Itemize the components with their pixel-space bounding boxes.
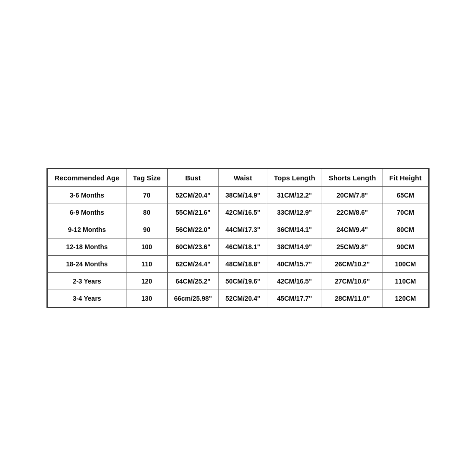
size-chart-table: Recommended Age Tag Size Bust Waist Tops…	[47, 169, 428, 307]
cell-4-bust: 62CM/24.4"	[167, 256, 218, 273]
cell-0-tops_length: 31CM/12.2"	[267, 187, 322, 204]
col-header-tops-length: Tops Length	[267, 169, 322, 187]
cell-0-waist: 38CM/14.9"	[218, 187, 267, 204]
cell-4-tag_size: 110	[126, 256, 167, 273]
cell-0-shorts_length: 20CM/7.8"	[322, 187, 383, 204]
table-row: 3-4 Years13066cm/25.98"52CM/20.4"45CM/17…	[48, 290, 428, 307]
cell-2-age: 9-12 Months	[48, 221, 126, 238]
col-header-recommended-age: Recommended Age	[48, 169, 126, 187]
cell-1-shorts_length: 22CM/8.6"	[322, 204, 383, 221]
cell-6-fit_height: 120CM	[383, 290, 428, 307]
cell-5-tops_length: 42CM/16.5"	[267, 273, 322, 290]
table-row: 18-24 Months11062CM/24.4"48CM/18.8"40CM/…	[48, 256, 428, 273]
cell-1-fit_height: 70CM	[383, 204, 428, 221]
cell-4-fit_height: 100CM	[383, 256, 428, 273]
cell-0-fit_height: 65CM	[383, 187, 428, 204]
cell-3-tag_size: 100	[126, 238, 167, 256]
cell-3-tops_length: 38CM/14.9"	[267, 238, 322, 256]
cell-6-waist: 52CM/20.4"	[218, 290, 267, 307]
cell-6-tops_length: 45CM/17.7''	[267, 290, 322, 307]
cell-5-bust: 64CM/25.2"	[167, 273, 218, 290]
cell-3-fit_height: 90CM	[383, 238, 428, 256]
table-row: 12-18 Months10060CM/23.6"46CM/18.1"38CM/…	[48, 238, 428, 256]
cell-1-age: 6-9 Months	[48, 204, 126, 221]
cell-1-waist: 42CM/16.5"	[218, 204, 267, 221]
table-header-row: Recommended Age Tag Size Bust Waist Tops…	[48, 169, 428, 187]
table-row: 3-6 Months7052CM/20.4"38CM/14.9"31CM/12.…	[48, 187, 428, 204]
cell-6-age: 3-4 Years	[48, 290, 126, 307]
cell-2-tops_length: 36CM/14.1"	[267, 221, 322, 238]
cell-3-waist: 46CM/18.1"	[218, 238, 267, 256]
cell-6-bust: 66cm/25.98"	[167, 290, 218, 307]
cell-6-shorts_length: 28CM/11.0''	[322, 290, 383, 307]
cell-2-tag_size: 90	[126, 221, 167, 238]
col-header-shorts-length: Shorts Length	[322, 169, 383, 187]
cell-3-age: 12-18 Months	[48, 238, 126, 256]
size-chart-table-container: Recommended Age Tag Size Bust Waist Tops…	[46, 168, 429, 308]
table-row: 9-12 Months9056CM/22.0"44CM/17.3"36CM/14…	[48, 221, 428, 238]
table-row: 6-9 Months8055CM/21.6"42CM/16.5"33CM/12.…	[48, 204, 428, 221]
cell-5-waist: 50CM/19.6"	[218, 273, 267, 290]
cell-4-tops_length: 40CM/15.7"	[267, 256, 322, 273]
cell-1-tag_size: 80	[126, 204, 167, 221]
cell-3-shorts_length: 25CM/9.8"	[322, 238, 383, 256]
col-header-waist: Waist	[218, 169, 267, 187]
cell-5-tag_size: 120	[126, 273, 167, 290]
cell-0-tag_size: 70	[126, 187, 167, 204]
cell-2-waist: 44CM/17.3"	[218, 221, 267, 238]
cell-5-age: 2-3 Years	[48, 273, 126, 290]
cell-4-waist: 48CM/18.8"	[218, 256, 267, 273]
cell-2-fit_height: 80CM	[383, 221, 428, 238]
cell-1-tops_length: 33CM/12.9"	[267, 204, 322, 221]
cell-4-shorts_length: 26CM/10.2"	[322, 256, 383, 273]
cell-0-bust: 52CM/20.4"	[167, 187, 218, 204]
table-row: 2-3 Years12064CM/25.2"50CM/19.6"42CM/16.…	[48, 273, 428, 290]
col-header-bust: Bust	[167, 169, 218, 187]
col-header-tag-size: Tag Size	[126, 169, 167, 187]
col-header-fit-height: Fit Height	[383, 169, 428, 187]
cell-3-bust: 60CM/23.6"	[167, 238, 218, 256]
page-wrapper: Recommended Age Tag Size Bust Waist Tops…	[0, 0, 476, 476]
cell-5-fit_height: 110CM	[383, 273, 428, 290]
cell-0-age: 3-6 Months	[48, 187, 126, 204]
cell-2-shorts_length: 24CM/9.4"	[322, 221, 383, 238]
cell-6-tag_size: 130	[126, 290, 167, 307]
cell-5-shorts_length: 27CM/10.6''	[322, 273, 383, 290]
cell-2-bust: 56CM/22.0"	[167, 221, 218, 238]
cell-1-bust: 55CM/21.6"	[167, 204, 218, 221]
cell-4-age: 18-24 Months	[48, 256, 126, 273]
